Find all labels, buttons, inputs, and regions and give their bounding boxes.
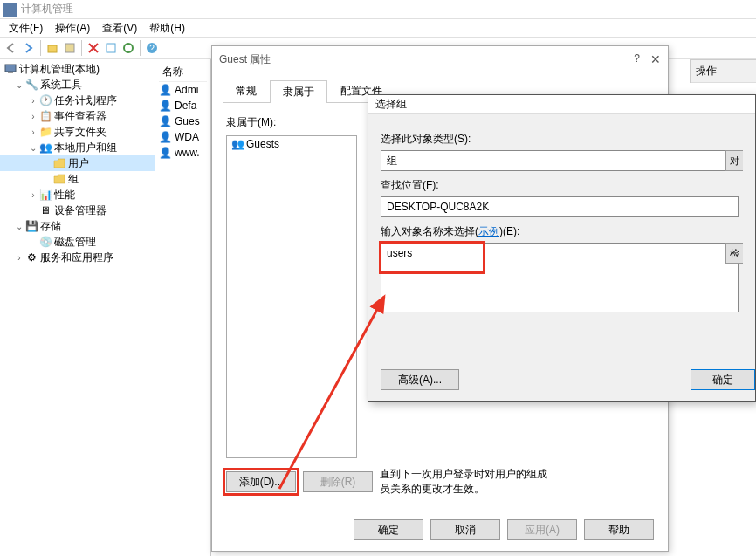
object-type-field[interactable]	[381, 150, 739, 171]
collapse-icon[interactable]: ⌄	[14, 80, 24, 90]
properties-icon[interactable]	[62, 40, 78, 56]
user-name: Defa	[175, 100, 196, 112]
select-dialog-title[interactable]: 选择组	[368, 95, 755, 114]
tree-performance[interactable]: ›📊性能	[0, 187, 155, 202]
cancel-button[interactable]: 取消	[430, 519, 500, 540]
tree-groups[interactable]: 组	[0, 171, 155, 187]
svg-rect-6	[5, 65, 16, 72]
svg-rect-2	[107, 44, 115, 52]
object-names-label: 输入对象名称来选择(示例)(E):	[381, 224, 743, 239]
menu-help[interactable]: 帮助(H)	[144, 19, 190, 38]
tree-shared-folders[interactable]: ›📁共享文件夹	[0, 124, 155, 140]
expand-icon[interactable]: ›	[28, 127, 38, 137]
dialog-title-bar[interactable]: Guest 属性 ? ✕	[212, 46, 668, 72]
user-name: Gues	[175, 115, 200, 127]
expand-icon[interactable]: ›	[28, 190, 38, 200]
tree-label: 用户	[68, 156, 89, 171]
select-dialog-body: 选择此对象类型(S): 对 查找位置(F): 输入对象名称来选择(示例)(E):…	[368, 114, 755, 285]
menu-action[interactable]: 操作(A)	[50, 19, 95, 38]
delete-icon[interactable]	[86, 40, 101, 56]
tree-label: 任务计划程序	[54, 93, 117, 108]
remove-button[interactable]: 删除(R)	[303, 471, 373, 492]
location-field[interactable]	[381, 196, 739, 217]
member-of-list[interactable]: 👥 Guests	[226, 135, 357, 458]
select-group-dialog: 选择组 选择此对象类型(S): 对 查找位置(F): 输入对象名称来选择(示例)…	[368, 94, 756, 402]
actions-panel: 操作	[690, 59, 756, 83]
collapse-icon[interactable]: ⌄	[14, 222, 24, 231]
check-names-button[interactable]: 检	[725, 243, 743, 264]
tree-system-tools[interactable]: ⌄🔧系统工具	[0, 77, 155, 93]
tab-member-of[interactable]: 隶属于	[270, 80, 327, 103]
menu-file[interactable]: 文件(F)	[3, 19, 48, 38]
storage-icon: 💾	[24, 220, 38, 232]
help-button[interactable]: 帮助	[584, 519, 654, 540]
menu-bar: 文件(F) 操作(A) 查看(V) 帮助(H)	[0, 19, 756, 37]
tree-label: 存储	[40, 219, 61, 234]
perf-icon: 📊	[38, 189, 52, 201]
expand-icon[interactable]: ›	[28, 96, 38, 106]
list-item[interactable]: 👤Admi	[159, 82, 207, 98]
menu-view[interactable]: 查看(V)	[97, 19, 142, 38]
device-icon: 🖥	[38, 204, 52, 216]
up-icon[interactable]	[45, 40, 60, 56]
close-icon[interactable]: ✕	[650, 52, 661, 66]
expand-icon[interactable]: ›	[28, 112, 38, 121]
tree-panel[interactable]: 计算机管理(本地) ⌄🔧系统工具 ›🕐任务计划程序 ›📋事件查看器 ›📁共享文件…	[0, 59, 155, 556]
share-icon: 📁	[38, 126, 52, 138]
user-list-panel: 名称 👤Admi 👤Defa 👤Gues 👤WDA 👤www.	[155, 59, 211, 556]
tab-general[interactable]: 常规	[223, 79, 270, 102]
tree-label: 磁盘管理	[54, 235, 96, 250]
svg-point-3	[124, 44, 133, 52]
tree-task-scheduler[interactable]: ›🕐任务计划程序	[0, 93, 155, 108]
export-icon[interactable]	[103, 40, 119, 56]
disk-icon: 💿	[38, 236, 52, 248]
list-item[interactable]: 👤www.	[159, 145, 207, 161]
refresh-icon[interactable]	[120, 40, 136, 56]
tree-services-apps[interactable]: ›⚙服务和应用程序	[0, 250, 155, 265]
group-icon: 👥	[230, 138, 244, 150]
apply-button[interactable]: 应用(A)	[507, 519, 577, 540]
ok-button[interactable]: 确定	[691, 369, 755, 390]
user-icon: 👤	[159, 115, 173, 127]
group-item[interactable]: 👥 Guests	[227, 136, 356, 152]
ok-button[interactable]: 确定	[354, 519, 423, 540]
tree-event-viewer[interactable]: ›📋事件查看器	[0, 108, 155, 124]
tree-storage[interactable]: ⌄💾存储	[0, 218, 155, 234]
service-icon: ⚙	[24, 251, 38, 264]
advanced-button[interactable]: 高级(A)...	[381, 369, 459, 390]
add-button[interactable]: 添加(D)...	[226, 471, 296, 492]
event-icon: 📋	[38, 110, 52, 122]
example-link[interactable]: 示例	[478, 225, 499, 237]
expand-icon[interactable]: ›	[14, 253, 24, 263]
tree-root-label: 计算机管理(本地)	[19, 62, 100, 77]
help-button[interactable]: ?	[634, 52, 640, 66]
list-item[interactable]: 👤Defa	[159, 98, 207, 113]
group-name: Guests	[246, 138, 279, 150]
tree-label: 系统工具	[40, 78, 82, 93]
user-icon: 👤	[159, 147, 173, 159]
tree-users[interactable]: 用户	[0, 155, 155, 171]
svg-text:?: ?	[149, 44, 155, 53]
list-header-name[interactable]: 名称	[159, 63, 207, 82]
user-name: www.	[175, 147, 200, 159]
tree-label: 事件查看器	[54, 109, 107, 124]
tree-label: 组	[68, 172, 79, 187]
forward-icon[interactable]	[21, 40, 37, 56]
app-icon	[3, 3, 17, 17]
object-types-button[interactable]: 对	[725, 150, 743, 171]
tree-disk-management[interactable]: 💿磁盘管理	[0, 234, 155, 250]
tree-local-users-groups[interactable]: ⌄👥本地用户和组	[0, 140, 155, 155]
back-icon[interactable]	[3, 40, 19, 56]
list-item[interactable]: 👤Gues	[159, 113, 207, 129]
object-names-input[interactable]	[381, 243, 484, 272]
dialog-title: Guest 属性	[219, 52, 271, 67]
list-item[interactable]: 👤WDA	[159, 129, 207, 145]
collapse-icon[interactable]: ⌄	[28, 143, 38, 153]
tree-label: 设备管理器	[54, 203, 107, 218]
svg-rect-1	[65, 44, 74, 52]
help-icon[interactable]: ?	[144, 40, 160, 56]
tree-root[interactable]: 计算机管理(本地)	[0, 61, 155, 77]
tree-device-manager[interactable]: 🖥设备管理器	[0, 202, 155, 218]
folder-icon	[52, 157, 66, 169]
user-name: Admi	[175, 84, 198, 96]
